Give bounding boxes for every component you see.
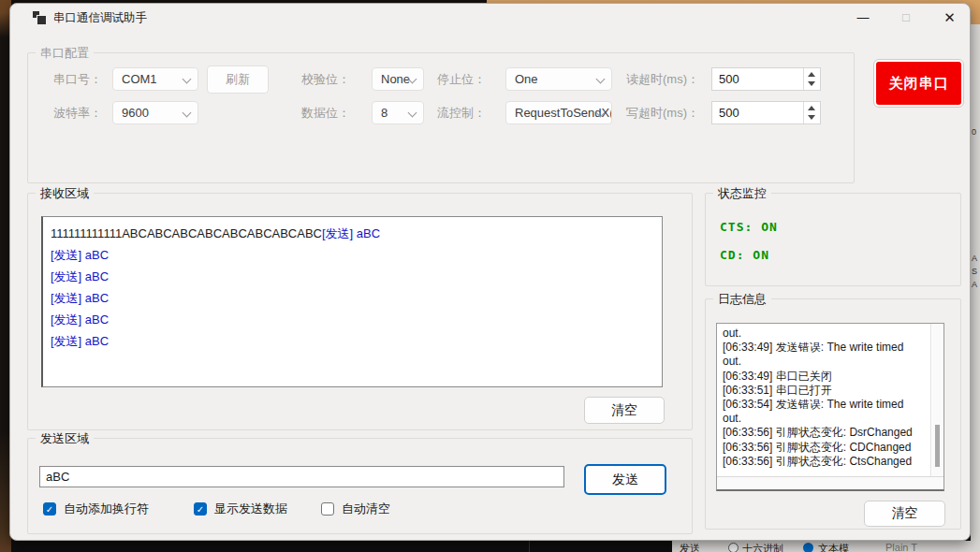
window-title: 串口通信调试助手 [53, 10, 147, 26]
spin-down-icon [808, 115, 815, 120]
log-line: out. [723, 355, 925, 369]
close-icon[interactable]: ✕ [928, 4, 972, 31]
write-timeout-spinner[interactable]: 500 [711, 101, 821, 124]
hex-radio-label[interactable]: 十六进制 [742, 542, 783, 552]
background-strip-divider [529, 541, 530, 552]
spin-up-icon [808, 106, 815, 110]
log-line: [06:33:49] 串口已关闭 [723, 370, 925, 384]
checkbox-show-sent-data[interactable]: ✓ 显示发送数据 [194, 501, 287, 517]
port-select[interactable]: COM1 [112, 67, 198, 91]
databits-label: 数据位： [301, 105, 350, 122]
checkbox-append-newline[interactable]: ✓ 自动添加换行符 [43, 501, 149, 517]
background-dark-strip [11, 541, 672, 552]
receive-textarea[interactable]: 111111111111ABCABCABCABCABCABCABCABC[发送]… [41, 216, 663, 387]
spinner-arrows[interactable] [803, 102, 820, 123]
background-window-right-sliver: 0 A S A [971, 24, 980, 552]
stopbits-label: 停止位： [437, 71, 486, 88]
bg-fragment: A [972, 254, 977, 263]
flow-select[interactable]: RequestToSendX( [505, 101, 612, 124]
parity-select[interactable]: None [372, 67, 424, 91]
app-icon [33, 11, 46, 24]
close-port-button[interactable]: 关闭串口 [874, 60, 963, 107]
desktop: 0 A S A 发送 十六进制 文本模 Plain T 串口通信调试助手 — □… [0, 0, 980, 552]
receive-clear-button[interactable]: 清空 [584, 397, 665, 424]
read-timeout-spinner[interactable]: 500 [711, 67, 821, 91]
log-legend: 日志信息 [713, 291, 771, 308]
databits-select[interactable]: 8 [372, 101, 424, 124]
checkbox-icon[interactable] [321, 502, 334, 516]
bg-fragment: 0 [972, 127, 976, 137]
checkbox-icon[interactable]: ✓ [43, 502, 56, 516]
chevron-down-icon [596, 75, 606, 84]
checkbox-icon[interactable]: ✓ [194, 502, 207, 516]
hex-radio[interactable] [728, 543, 739, 552]
receive-line: [发送] aBC [51, 309, 654, 330]
log-listbox[interactable]: out. [06:33:49] 发送错误: The write timed ou… [716, 323, 944, 491]
minimize-button[interactable]: — [841, 4, 885, 31]
log-group: 日志信息 out. [06:33:49] 发送错误: The write tim… [705, 298, 961, 530]
spin-up-icon [808, 72, 815, 77]
chevron-down-icon [183, 75, 192, 84]
status-monitor-group: 状态监控 CTS: ON CD: ON [705, 193, 961, 286]
scrollbar-thumb[interactable] [935, 425, 940, 467]
baud-select[interactable]: 9600 [112, 101, 198, 124]
background-window-bottom-sliver: 发送 十六进制 文本模 Plain T [672, 541, 980, 552]
log-line: [06:33:51] 串口已打开 [723, 384, 925, 398]
receive-line: [发送] aBC [51, 330, 654, 352]
spinner-arrows[interactable] [803, 68, 820, 90]
bg-send-label: 发送 [680, 542, 700, 552]
bg-fragment: A [972, 280, 977, 289]
receive-group: 接收区域 111111111111ABCABCABCABCABCABCABCAB… [27, 193, 693, 430]
flow-label: 流控制： [437, 105, 486, 122]
checkbox-auto-clear[interactable]: 自动清空 [321, 501, 390, 517]
log-line: [06:33:56] 引脚状态变化: DsrChanged [723, 426, 925, 440]
horizontal-scrollbar[interactable] [717, 476, 943, 489]
log-lines: out. [06:33:49] 发送错误: The write timed ou… [717, 324, 931, 476]
refresh-button[interactable]: 刷新 [207, 65, 269, 94]
receive-line: 111111111111ABCABCABCABCABCABCABCABC[发送]… [51, 223, 654, 244]
status-legend: 状态监控 [713, 185, 771, 202]
main-window: 串口通信调试助手 — □ ✕ 串口配置 串口号： COM1 刷新 校验位： No… [9, 3, 971, 541]
send-legend: 发送区域 [36, 430, 94, 447]
receive-line: [发送] aBC [51, 287, 654, 309]
spin-down-icon [808, 81, 815, 86]
read-timeout-label: 读超时(ms)： [626, 71, 699, 88]
cd-status: CD: ON [720, 248, 769, 262]
title-bar[interactable]: 串口通信调试助手 — □ ✕ [10, 4, 970, 30]
receive-line: [发送] aBC [51, 244, 654, 266]
send-group: 发送区域 发送 ✓ 自动添加换行符 ✓ 显示发送数据 自动清空 [27, 438, 693, 534]
log-line: out. [723, 412, 925, 426]
text-radio-label[interactable]: 文本模 [818, 542, 849, 552]
chevron-down-icon [183, 109, 192, 118]
send-input[interactable] [39, 466, 564, 487]
send-button[interactable]: 发送 [584, 464, 666, 495]
port-label: 串口号： [53, 71, 102, 88]
chevron-down-icon [408, 109, 417, 118]
maximize-button: □ [885, 4, 928, 31]
receive-line: [发送] aBC [51, 266, 654, 287]
baud-label: 波特率： [53, 105, 102, 122]
config-legend: 串口配置 [36, 45, 94, 62]
log-line: [06:33:54] 发送错误: The write timed [723, 398, 925, 412]
bg-fragment: S [972, 267, 977, 276]
text-radio[interactable] [803, 543, 813, 552]
write-timeout-label: 写超时(ms)： [626, 105, 699, 122]
log-line: [06:33:56] 引脚状态变化: CtsChanged [723, 455, 925, 469]
log-clear-button[interactable]: 清空 [864, 501, 945, 527]
receive-legend: 接收区域 [36, 185, 94, 202]
vertical-scrollbar[interactable] [932, 324, 943, 476]
serial-config-group: 串口配置 串口号： COM1 刷新 校验位： None 停止位： One 读超时… [27, 52, 855, 183]
stopbits-select[interactable]: One [505, 67, 612, 91]
log-line: [06:33:49] 发送错误: The write timed [723, 341, 925, 355]
log-line: [06:33:56] 引脚状态变化: CDChanged [723, 441, 925, 455]
bg-right-text: Plain T [885, 542, 917, 552]
log-line: out. [723, 327, 925, 341]
cts-status: CTS: ON [720, 220, 778, 234]
parity-label: 校验位： [301, 71, 350, 88]
